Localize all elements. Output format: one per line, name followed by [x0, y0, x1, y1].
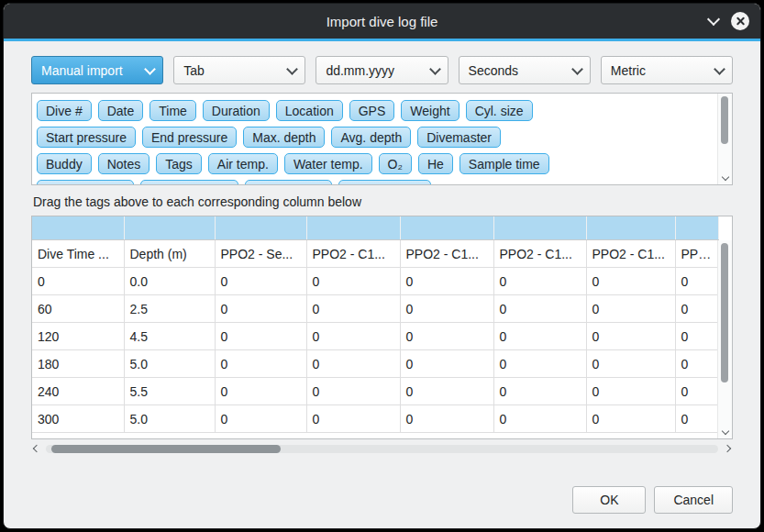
tag-pill[interactable]: Weight	[401, 100, 459, 121]
tag-row: Dive # Date Time Duration Location GPS W…	[37, 100, 717, 121]
column-header-cell[interactable]: Dive Time ...	[32, 240, 124, 268]
ok-button[interactable]: OK	[572, 486, 646, 514]
scrollbar-thumb[interactable]	[51, 445, 281, 453]
duration-format-select[interactable]: Seconds	[459, 56, 591, 84]
table-cell: 0	[493, 268, 586, 295]
tag-pill[interactable]: He	[418, 153, 453, 174]
drop-target-cell[interactable]	[675, 216, 719, 240]
table-cell: 120	[32, 323, 124, 350]
drop-target-cell[interactable]	[215, 216, 306, 240]
table-cell: 4.5	[124, 323, 215, 350]
tag-pill[interactable]: Start pressure	[37, 127, 136, 148]
drop-target-cell[interactable]	[586, 216, 675, 240]
tag-pill[interactable]: O₂	[379, 153, 412, 174]
table-cell: 0	[493, 350, 586, 378]
chevron-down-icon	[571, 63, 583, 75]
tag-list-scrollbar[interactable]	[717, 94, 732, 184]
import-mode-select[interactable]: Manual import	[31, 56, 163, 84]
tag-pill[interactable]: Cyl. size	[466, 100, 533, 121]
import-preview-table: Dive Time ... Depth (m) PPO2 - Se... PPO…	[31, 216, 733, 439]
table-cell: 0	[675, 405, 719, 433]
tag-pill[interactable]: Divemaster	[417, 127, 501, 148]
tag-pill[interactable]: Date	[98, 100, 144, 121]
table-cell: 180	[32, 350, 124, 378]
tag-pill[interactable]: Water temp.	[284, 153, 372, 174]
units-select[interactable]: Metric	[601, 56, 733, 84]
scroll-down-icon[interactable]	[718, 427, 732, 436]
table-cell: 2.5	[124, 295, 215, 323]
field-separator-value: Tab	[183, 63, 205, 78]
column-header-cell[interactable]: PPO2 - C1...	[493, 240, 586, 268]
drop-target-cell[interactable]	[400, 216, 493, 240]
tag-pill[interactable]: Time	[149, 100, 196, 121]
column-header-cell[interactable]: PPO2 - Se...	[215, 240, 306, 268]
field-separator-select[interactable]: Tab	[173, 56, 305, 84]
titlebar: Import dive log file	[4, 4, 760, 41]
table-cell: 300	[32, 405, 124, 433]
column-header-cell[interactable]: PPO2 - C1...	[586, 240, 675, 268]
table-cell: 0	[493, 405, 586, 433]
date-format-select[interactable]: dd.mm.yyyy	[316, 56, 448, 84]
column-header-cell[interactable]: Depth (m)	[124, 240, 215, 268]
drop-target-cell[interactable]	[124, 216, 215, 240]
tag-pill[interactable]: GPS	[349, 100, 395, 121]
column-header-cell[interactable]: PPO2 - C1...	[400, 240, 493, 268]
cancel-button[interactable]: Cancel	[654, 486, 733, 514]
table-cell: 0	[215, 350, 306, 378]
table-row: 0 0.0 0 0 0 0 0 0	[32, 268, 719, 295]
tag-pill[interactable]: Dive #	[37, 100, 92, 121]
tag-pill[interactable]: End pressure	[142, 127, 237, 148]
scroll-left-icon[interactable]	[31, 441, 42, 456]
table-cell: 0	[215, 405, 306, 433]
tag-pill[interactable]: Max. depth	[243, 127, 325, 148]
table-cell: 0	[493, 295, 586, 323]
table-cell: 0.0	[124, 268, 215, 295]
table-cell: 0	[215, 268, 306, 295]
table-cell: 0	[675, 378, 719, 405]
scrollbar-thumb[interactable]	[721, 96, 728, 144]
tag-pill[interactable]: Duration	[203, 100, 270, 121]
table-cell: 0	[586, 295, 675, 323]
table-v-scrollbar[interactable]	[717, 240, 732, 438]
tag-pill[interactable]: Location	[276, 100, 343, 121]
date-format-value: dd.mm.yyyy	[326, 63, 394, 78]
tag-pill[interactable]: Buddy	[37, 153, 92, 174]
import-options-row: Manual import Tab dd.mm.yyyy Seconds Met…	[31, 56, 733, 84]
drop-target-cell[interactable]	[306, 216, 400, 240]
tag-pill[interactable]: Sample CNS	[338, 180, 431, 185]
tag-pill[interactable]: Sample temp.	[140, 180, 238, 185]
drop-target-cell[interactable]	[493, 216, 586, 240]
scroll-right-icon[interactable]	[722, 441, 733, 456]
table-cell: 0	[306, 268, 400, 295]
column-header-cell[interactable]: PPO2 - C1...	[306, 240, 400, 268]
table-cell: 0	[586, 323, 675, 350]
table-cell: 0	[400, 268, 493, 295]
tag-pill[interactable]: Sample depth	[37, 180, 134, 185]
table-cell: 0	[306, 378, 400, 405]
tag-list: Dive # Date Time Duration Location GPS W…	[31, 93, 733, 185]
table-row: 300 5.0 0 0 0 0 0 0	[32, 405, 719, 433]
dialog-content: Manual import Tab dd.mm.yyyy Seconds Met…	[4, 41, 760, 528]
table-cell: 0	[400, 350, 493, 378]
table-cell: 0	[675, 350, 719, 378]
table-cell: 0	[306, 295, 400, 323]
close-icon[interactable]	[731, 12, 749, 30]
tag-pill[interactable]: Avg. depth	[331, 127, 411, 148]
chevron-down-icon[interactable]	[709, 18, 718, 24]
chevron-down-icon	[287, 63, 299, 75]
tag-pill[interactable]: Sample time	[460, 153, 549, 174]
drop-target-cell[interactable]	[32, 216, 124, 240]
tag-pill[interactable]: Sample pO₂	[245, 180, 332, 185]
table-cell: 0	[586, 268, 675, 295]
table-h-scrollbar[interactable]	[31, 441, 733, 456]
scroll-down-icon[interactable]	[718, 172, 732, 182]
tag-pill[interactable]: Air temp.	[208, 153, 278, 174]
table-cell: 0	[306, 405, 400, 433]
tag-pill[interactable]: Tags	[156, 153, 202, 174]
column-header-cell[interactable]: PPO2	[675, 240, 719, 268]
scrollbar-thumb[interactable]	[721, 243, 728, 382]
tag-pill[interactable]: Notes	[98, 153, 150, 174]
table-cell: 60	[32, 295, 124, 323]
table-cell: 0	[215, 295, 306, 323]
dialog-buttons: OK Cancel	[31, 486, 733, 514]
